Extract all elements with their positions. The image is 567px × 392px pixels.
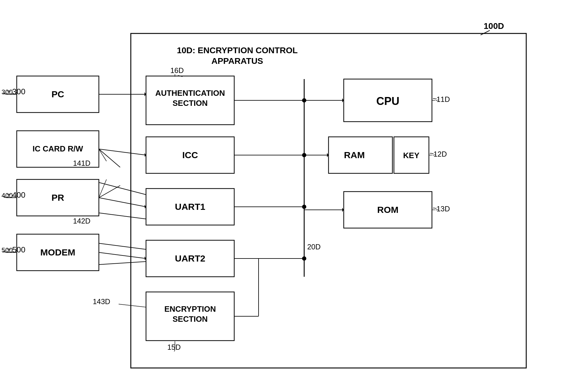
diagram-container: 100D 10D: ENCRYPTION CONTROL APPARATUS P… xyxy=(0,0,567,392)
pc-ref: 300 xyxy=(12,87,25,96)
ref-11d: 11D xyxy=(437,95,450,103)
tilde-11d: ~ xyxy=(433,95,437,103)
apparatus-title-line2: APPARATUS xyxy=(211,56,263,66)
rom-label: ROM xyxy=(377,205,398,215)
svg-line-57 xyxy=(99,182,146,195)
svg-line-54 xyxy=(99,179,106,198)
ic-card-label: IC CARD R/W xyxy=(33,144,83,153)
svg-line-27 xyxy=(99,149,146,155)
pr-ref: 400 xyxy=(12,190,25,199)
svg-line-1 xyxy=(481,30,490,35)
pr-label: PR xyxy=(51,193,64,203)
ref-16d: 16D xyxy=(170,66,184,75)
pc-label: PC xyxy=(51,89,64,99)
ref-141d: 141D xyxy=(73,159,90,167)
enc-label-line1: ENCRYPTION xyxy=(164,304,216,314)
modem-ref: 500 xyxy=(12,245,25,254)
ref-13d: 13D xyxy=(437,205,450,213)
ref-20d: 20D xyxy=(307,243,321,251)
label-300: 300 xyxy=(2,88,13,96)
svg-point-42 xyxy=(302,205,306,209)
svg-line-60 xyxy=(99,262,146,265)
ref-15d: 15D xyxy=(167,343,181,351)
auth-label-line2: SECTION xyxy=(172,99,208,108)
ref-142d: 142D xyxy=(73,217,90,225)
auth-label-line1: AUTHENTICATION xyxy=(155,88,225,98)
svg-line-31 xyxy=(99,252,146,258)
svg-line-61 xyxy=(119,304,146,307)
icc-label: ICC xyxy=(182,150,198,160)
svg-line-53 xyxy=(99,149,106,161)
label-400: 400 xyxy=(2,192,13,199)
main-ref-label: 100D xyxy=(484,21,504,31)
cpu-label: CPU xyxy=(376,95,399,107)
svg-line-58 xyxy=(99,213,146,219)
svg-line-59 xyxy=(99,243,146,249)
ref-12d: 12D xyxy=(433,150,447,158)
ram-label: RAM xyxy=(344,150,365,160)
svg-line-29 xyxy=(99,198,146,207)
modem-label: MODEM xyxy=(40,247,75,257)
svg-line-55 xyxy=(99,149,120,167)
apparatus-title-line1: 10D: ENCRYPTION CONTROL xyxy=(177,46,297,55)
ref-143d: 143D xyxy=(93,297,110,306)
svg-point-46 xyxy=(302,256,306,261)
tilde-12d: ~ xyxy=(430,149,434,158)
uart2-label: UART2 xyxy=(175,253,205,263)
key-label: KEY xyxy=(403,151,419,160)
tilde-13d: ~ xyxy=(433,204,437,212)
label-500: 500 xyxy=(2,246,13,254)
uart1-label: UART1 xyxy=(175,202,205,212)
enc-label-line2: SECTION xyxy=(172,314,208,324)
